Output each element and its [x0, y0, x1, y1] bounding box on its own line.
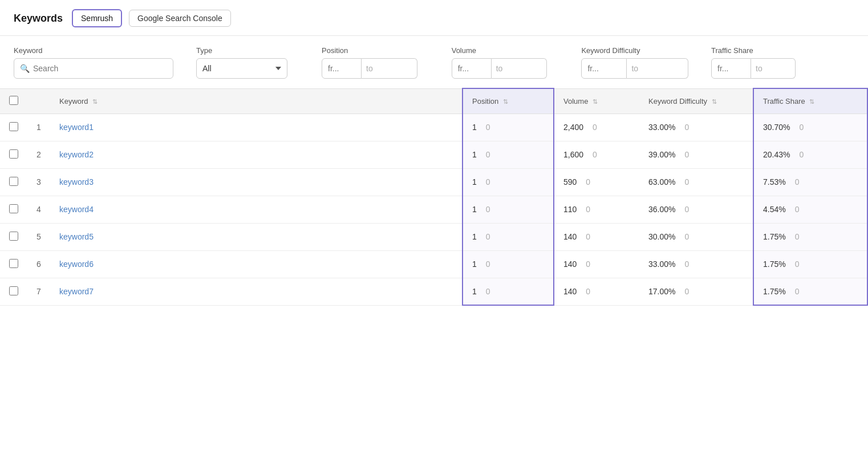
keyword-filter-label: Keyword	[14, 46, 173, 55]
difficulty-value: 36.00%	[648, 205, 675, 214]
row-check-cell	[0, 141, 27, 168]
keyword-link[interactable]: keyword4	[59, 205, 94, 214]
header-check-cell	[0, 88, 27, 114]
difficulty-delta: 0	[684, 232, 689, 241]
row-traffic-cell: 7.53% 0	[753, 168, 867, 196]
row-num: 2	[36, 150, 41, 159]
row-volume-cell: 1,600 0	[554, 141, 639, 168]
position-to-input[interactable]	[378, 58, 417, 79]
keyword-link[interactable]: keyword5	[59, 232, 94, 241]
traffic-pair: 20.43% 0	[763, 150, 858, 159]
type-select-value: All	[202, 64, 212, 73]
volume-value: 140	[563, 287, 577, 296]
volume-value: 110	[563, 205, 577, 214]
header-difficulty-cell[interactable]: Keyword Difficulty ⇅	[639, 88, 753, 114]
row-checkbox[interactable]	[9, 204, 18, 213]
traffic-to-input[interactable]	[767, 58, 796, 79]
position-delta: 0	[486, 150, 490, 159]
position-from-input[interactable]	[322, 58, 362, 79]
row-checkbox[interactable]	[9, 259, 18, 268]
keyword-link[interactable]: keyword1	[59, 123, 94, 132]
keyword-link[interactable]: keyword3	[59, 177, 94, 187]
position-sort-icon[interactable]: ⇅	[503, 98, 508, 105]
volume-pair: 590 0	[563, 177, 630, 187]
row-traffic-cell: 1.75% 0	[753, 278, 867, 305]
table-body: 1 keyword1 1 0 2,400 0 33.00% 0	[0, 114, 867, 305]
volume-to-label: to	[492, 58, 508, 79]
position-pair: 1 0	[472, 150, 544, 159]
traffic-value: 20.43%	[763, 150, 790, 159]
row-checkbox[interactable]	[9, 286, 18, 295]
row-checkbox[interactable]	[9, 122, 18, 131]
volume-delta: 0	[593, 123, 597, 132]
traffic-pair: 4.54% 0	[763, 205, 858, 214]
difficulty-sort-icon[interactable]: ⇅	[712, 98, 717, 105]
row-check-cell	[0, 114, 27, 141]
volume-to-input[interactable]	[507, 58, 547, 79]
row-difficulty-cell: 33.00% 0	[639, 250, 753, 278]
volume-filter-label: Volume	[452, 46, 547, 55]
position-value: 1	[472, 260, 477, 269]
traffic-delta: 0	[795, 287, 800, 296]
difficulty-from-input[interactable]	[581, 58, 627, 79]
difficulty-pair: 63.00% 0	[648, 177, 744, 187]
header-keyword-cell[interactable]: Keyword ⇅	[50, 88, 463, 114]
traffic-pair: 7.53% 0	[763, 177, 858, 187]
keyword-link[interactable]: keyword7	[59, 287, 94, 296]
row-num: 7	[36, 287, 41, 296]
row-num: 5	[36, 232, 41, 241]
header-position-cell[interactable]: Position ⇅	[463, 88, 554, 114]
keyword-search-input[interactable]	[33, 64, 167, 73]
position-delta: 0	[486, 232, 490, 241]
difficulty-to-input[interactable]	[643, 58, 688, 79]
header-checkbox[interactable]	[9, 96, 18, 105]
row-position-cell: 1 0	[463, 223, 554, 250]
header: Keywords Semrush Google Search Console	[0, 0, 868, 36]
traffic-value: 4.54%	[763, 205, 786, 214]
traffic-value: 1.75%	[763, 232, 786, 241]
row-num-cell: 4	[27, 196, 50, 223]
header-traffic-cell[interactable]: Traffic Share ⇅	[753, 88, 867, 114]
table-row: 7 keyword7 1 0 140 0 17.00% 0	[0, 278, 867, 305]
volume-pair: 140 0	[563, 260, 630, 269]
traffic-delta: 0	[799, 150, 804, 159]
row-difficulty-cell: 39.00% 0	[639, 141, 753, 168]
volume-delta: 0	[586, 287, 590, 296]
keywords-table: Keyword ⇅ Position ⇅ Volume ⇅ Keyword Di…	[0, 88, 868, 306]
position-pair: 1 0	[472, 123, 544, 132]
position-delta: 0	[486, 123, 490, 132]
type-select[interactable]: All	[196, 58, 287, 79]
traffic-pair: 1.75% 0	[763, 287, 858, 296]
traffic-from-input[interactable]	[711, 58, 751, 79]
header-volume-cell[interactable]: Volume ⇅	[554, 88, 639, 114]
volume-delta: 0	[593, 150, 597, 159]
row-checkbox[interactable]	[9, 149, 18, 159]
row-keyword-cell: keyword7	[50, 278, 463, 305]
position-pair: 1 0	[472, 260, 544, 269]
volume-from-input[interactable]	[452, 58, 492, 79]
position-to-label: to	[362, 58, 378, 79]
position-delta: 0	[486, 287, 490, 296]
traffic-delta: 0	[795, 177, 800, 187]
row-difficulty-cell: 33.00% 0	[639, 114, 753, 141]
tab-gsc[interactable]: Google Search Console	[129, 10, 231, 27]
difficulty-pair: 33.00% 0	[648, 123, 744, 132]
filters-row: Keyword 🔍 Type All Position to Volume to	[0, 36, 868, 79]
row-traffic-cell: 20.43% 0	[753, 141, 867, 168]
traffic-sort-icon[interactable]: ⇅	[809, 98, 814, 105]
traffic-delta: 0	[795, 232, 800, 241]
volume-sort-icon[interactable]: ⇅	[593, 98, 598, 105]
row-checkbox[interactable]	[9, 232, 18, 241]
keyword-link[interactable]: keyword6	[59, 260, 94, 269]
difficulty-to-label: to	[627, 58, 643, 79]
chevron-down-icon	[275, 67, 281, 70]
tab-semrush[interactable]: Semrush	[72, 9, 122, 27]
keyword-link[interactable]: keyword2	[59, 150, 94, 159]
row-checkbox[interactable]	[9, 177, 18, 186]
row-volume-cell: 110 0	[554, 196, 639, 223]
keyword-sort-icon[interactable]: ⇅	[92, 98, 98, 105]
row-num-cell: 2	[27, 141, 50, 168]
row-num-cell: 3	[27, 168, 50, 196]
difficulty-value: 63.00%	[648, 177, 675, 187]
row-position-cell: 1 0	[463, 278, 554, 305]
